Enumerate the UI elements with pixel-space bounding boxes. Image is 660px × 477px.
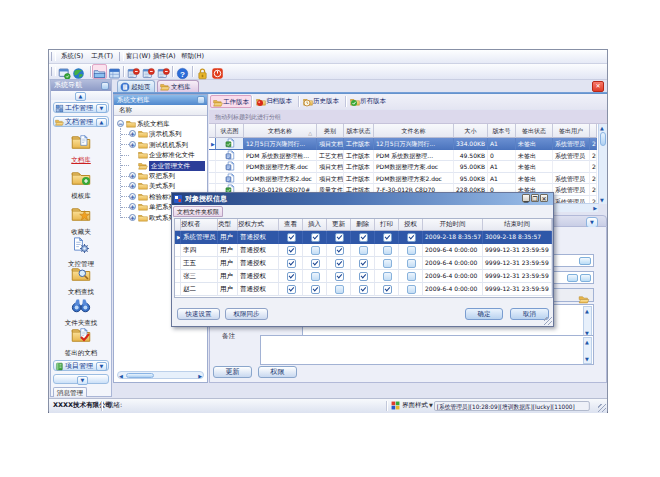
textarea-scrollbar[interactable]: ▲ ▼ [583,306,592,338]
grid-vscrollbar[interactable]: ▲ ▼ [598,124,607,204]
tree-item[interactable]: +演示机系列 [114,129,207,139]
field-button-icon[interactable] [567,274,578,282]
tree-item[interactable]: +双把系列 [114,171,207,181]
chevron-up-icon[interactable]: ▲ [96,118,107,127]
checkbox-unchecked[interactable] [311,246,320,255]
dialog-grid-cell[interactable] [303,257,327,270]
dialog-grid-cell[interactable] [327,257,351,270]
folder-blue-icon[interactable] [93,65,106,78]
scroll-down-icon[interactable]: ▼ [600,197,604,203]
chevron-down-icon[interactable]: ▼ [96,362,107,371]
scrollbar-thumb[interactable] [600,132,606,146]
checkbox-checked[interactable] [335,246,344,255]
pin-icon[interactable] [197,96,205,104]
minimize-icon[interactable]: ▁ [522,194,530,202]
dialog-grid-cell[interactable] [375,257,399,270]
dialog-grid-cell[interactable] [303,231,327,244]
toolbar-grip[interactable] [51,67,56,76]
dialog-grid-cell[interactable] [351,231,375,244]
grid-column-header[interactable]: 大小 [454,124,488,138]
app-window-icon[interactable] [58,65,71,78]
resize-grip[interactable] [544,317,552,325]
dialog-grid-cell[interactable] [327,244,351,257]
grid-column-header[interactable]: 类别 [317,124,344,138]
dialog-column-header[interactable]: 类型 [218,219,238,231]
tree-item[interactable]: −系统文档库 [114,119,207,129]
dialog-grid-cell[interactable] [351,270,375,283]
style-grid-icon[interactable] [391,401,400,412]
close-tab-icon[interactable]: ✕ [592,81,604,92]
dialog-grid-cell[interactable] [399,283,423,296]
tab-startpage[interactable]: 起始页 [117,80,155,92]
permission-button[interactable]: 权限 [258,366,297,378]
dialog-grid-row[interactable]: 李四用户普通授权2009-6-4 0:00:009999-12-31 23:59… [175,244,552,257]
checkbox-unchecked[interactable] [407,259,416,268]
dialog-grid-cell[interactable] [279,244,303,257]
power-icon[interactable] [211,65,224,78]
tree-item[interactable]: 企业管理文件 [114,161,207,171]
dialog-titlebar[interactable]: 对象授权信息 ▁ ❐ ✕ [172,193,553,205]
checkbox-checked[interactable] [335,233,344,242]
tree-column-header[interactable]: 名称 [114,105,207,116]
checkbox-checked[interactable] [311,259,320,268]
checkbox-checked[interactable] [287,246,296,255]
dialog-column-header[interactable]: 授权方式 [238,219,279,231]
dialog-grid-cell[interactable] [279,257,303,270]
sidebar-item-checkedout[interactable]: 签出的文档 [53,325,109,358]
checkbox-checked[interactable] [383,285,392,294]
dialog-column-header[interactable]: 查看 [279,219,303,231]
dialog-grid-cell[interactable] [375,283,399,296]
dialog-close-icon[interactable]: ✕ [540,194,548,202]
checkbox-checked[interactable] [311,233,320,242]
expand-icon[interactable]: + [129,172,136,179]
dialog-column-header[interactable]: 更新 [327,219,351,231]
dialog-grid-cell[interactable] [399,244,423,257]
sidebar-group-work[interactable]: 工作管理 ▼ [53,102,109,113]
dialog-column-header[interactable]: 授权者 [181,219,218,231]
grid-row[interactable]: PDM数据整理方案.doc项目文档工作版本PDM数据整理方案.doc95.00K… [209,161,597,173]
dialog-grid-row[interactable]: 赵二用户普通授权2009-6-4 0:00:009999-12-31 23:59… [175,283,552,296]
checkbox-unchecked[interactable] [407,246,416,255]
expand-icon[interactable]: + [129,141,136,148]
grid-column-header[interactable]: 版本状态 [344,124,374,138]
dialog-grid-cell[interactable] [399,270,423,283]
dialog-grid-cell[interactable] [399,231,423,244]
grid-column-header[interactable]: 状态图 [216,124,244,138]
field-button-icon[interactable] [579,257,591,265]
checkbox-checked[interactable] [359,259,368,268]
scroll-up-icon[interactable]: ▲ [585,339,589,345]
checkbox-checked[interactable] [287,233,296,242]
checkbox-checked[interactable] [359,233,368,242]
sidebar-group-document[interactable]: 文档管理 ▲ [53,116,109,127]
scroll-down-icon[interactable]: ▼ [585,356,589,362]
checkbox-unchecked[interactable] [311,272,320,281]
menu-plugin[interactable]: 插件(A) [151,50,178,62]
dialog-grid-cell[interactable] [351,257,375,270]
style-label[interactable]: 界面样式 [402,401,428,410]
chevron-down-icon[interactable]: ▼ [77,376,88,385]
checkbox-checked[interactable] [335,272,344,281]
dialog-column-header[interactable]: 结束时间 [483,219,552,231]
sidebar-bottom-tab-messages[interactable]: 消息管理 [53,387,87,397]
dialog-column-header[interactable]: 开始时间 [423,219,483,231]
expand-icon[interactable]: + [129,214,136,221]
menu-window[interactable]: 窗口(W) [124,50,153,62]
pin-icon[interactable] [101,82,109,90]
checkbox-checked[interactable] [359,285,368,294]
checkbox-unchecked[interactable] [407,272,416,281]
dialog-grid-cell[interactable] [351,244,375,257]
remarks-textarea[interactable]: ▲ ▼ [260,335,594,365]
dialog-column-header[interactable]: 打印 [375,219,399,231]
checkbox-checked[interactable] [383,233,392,242]
dialog-grid-cell[interactable] [327,270,351,283]
checkbox-checked[interactable] [311,285,320,294]
dialog-grid-cell[interactable] [279,270,303,283]
sidebar-item-foldersearch[interactable]: 文件夹查找 [53,295,109,328]
scroll-left-icon[interactable]: ◀ [119,373,123,379]
dialog-grid-cell[interactable] [375,231,399,244]
checkbox-checked[interactable] [287,259,296,268]
scroll-right-icon[interactable]: ▶ [593,205,597,211]
dialog-grid-cell[interactable] [303,283,327,296]
checkbox-unchecked[interactable] [383,259,392,268]
menu-help[interactable]: 帮助(H) [179,50,206,62]
